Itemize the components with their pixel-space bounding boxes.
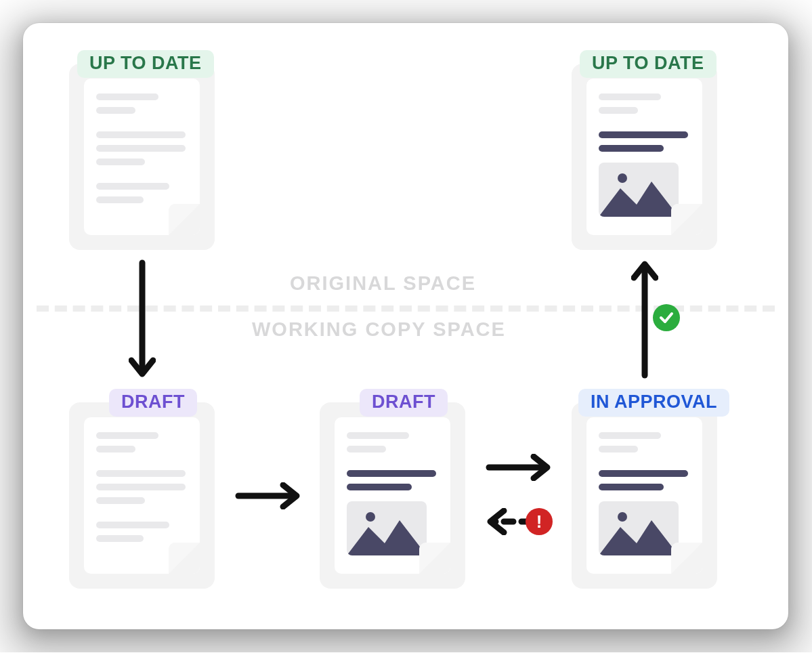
zone-label-original: ORIGINAL SPACE [271,274,495,293]
badge-in-approval: IN APPROVAL [578,389,729,417]
exclaim-icon: ! [536,513,542,530]
doc-original-uptodate-start [69,64,215,250]
approved-marker-icon [653,304,680,331]
badge-draft-1: DRAFT [109,389,197,417]
doc-working-in-approval [572,402,717,589]
badge-uptodate-start: UP TO DATE [77,50,214,78]
image-placeholder-icon [599,163,679,217]
rejected-marker-icon: ! [526,508,553,535]
zone-label-working: WORKING COPY SPACE [233,320,525,339]
doc-page [84,79,200,235]
workflow-diagram: ORIGINAL SPACE WORKING COPY SPACE UP TO … [23,23,788,629]
doc-working-draft-empty [69,402,215,589]
arrow-down-icon [129,259,156,379]
image-placeholder-icon [347,501,427,555]
doc-working-draft-filled [320,402,465,589]
arrow-right-icon [485,454,553,481]
doc-page [335,417,450,574]
arrow-right-icon [234,482,302,509]
check-icon [658,310,675,326]
badge-uptodate-end: UP TO DATE [580,50,717,78]
image-placeholder-icon [599,501,679,555]
doc-page [586,417,702,574]
doc-page [586,79,702,235]
doc-page [84,417,200,574]
badge-draft-2: DRAFT [360,389,448,417]
doc-original-uptodate-end [572,64,717,250]
